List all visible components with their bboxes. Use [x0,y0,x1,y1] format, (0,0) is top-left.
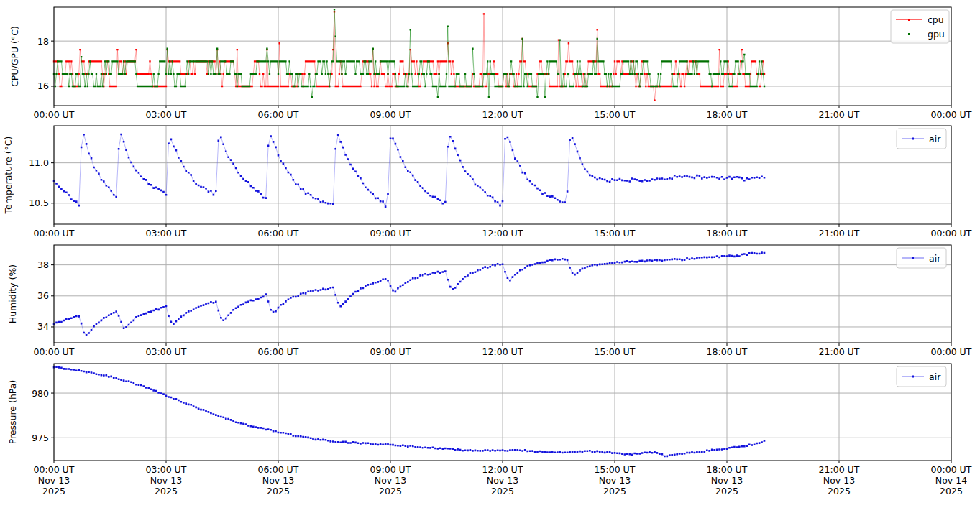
x-tick-label-date: Nov 13 [599,475,631,486]
x-tick-label-time: 09:00 UT [370,228,411,239]
y-tick-label: 16 [37,80,49,91]
panel-0: 161800:00 UT03:00 UT06:00 UT09:00 UT12:0… [34,7,972,120]
x-tick-label-time: 18:00 UT [707,346,748,357]
x-tick-label-time: 21:00 UT [819,346,860,357]
legend-label-gpu: gpu [928,29,945,40]
x-tick-label-time: 21:00 UT [819,464,860,475]
legend-label-air: air [929,253,941,264]
legend-marker-air [912,257,914,259]
x-tick-label-time: 06:00 UT [258,109,299,120]
x-tick-label-time: 15:00 UT [595,109,636,120]
legend-label-cpu: cpu [928,14,944,25]
y-tick-label: 980 [32,388,49,399]
x-tick-label-time: 12:00 UT [482,109,523,120]
y-tick-label: 34 [37,321,49,332]
legend-cpu-gpu: cpu gpu [891,10,949,43]
legend-marker-air [912,138,914,140]
y-tick-label: 975 [32,433,49,443]
x-tick-label-date: Nov 13 [711,475,743,486]
y-tick-label: 10.5 [29,198,49,208]
series-line-cpu [54,11,764,101]
x-tick-label-year: 2025 [267,486,290,497]
x-tick-label-time: 06:00 UT [258,346,299,357]
panel-1: 11.010.500:00 UT03:00 UT06:00 UT09:00 UT… [29,126,972,239]
x-tick-label-time: 00:00 UT [34,464,75,475]
y-tick-label: 18 [37,36,49,47]
x-tick-label-date: Nov 13 [487,475,518,486]
x-tick-label-time: 00:00 UT [34,346,75,357]
x-tick-label-year: 2025 [603,486,626,497]
x-tick-label-time: 15:00 UT [595,228,636,239]
x-tick-label-date: Nov 13 [262,475,294,486]
legend-humidity: air [897,248,946,268]
x-tick-label-time: 21:00 UT [819,109,860,120]
x-tick-label-time: 18:00 UT [707,464,748,475]
panel-3: 98097500:00 UTNov 13202503:00 UTNov 1320… [32,364,972,497]
series-markers-gpu [54,9,764,97]
series-markers-air [54,134,764,207]
x-tick-label-date: Nov 13 [375,475,406,486]
legend-marker-air [912,376,914,378]
series-markers-air [54,367,764,456]
series-line-gpu [54,9,764,97]
y-axis-label-humidity: Humidity (%) [7,264,18,323]
x-tick-label-year: 2025 [940,486,963,497]
x-tick-label-time: 03:00 UT [146,228,187,239]
x-tick-label-time: 03:00 UT [146,109,187,120]
series-line-air [54,134,764,207]
y-tick-label: 11.0 [29,157,49,168]
y-axis-label-temperature: Temperature (°C) [3,137,14,215]
legend-label-air: air [929,371,941,382]
panel-2: 38363400:00 UT03:00 UT06:00 UT09:00 UT12… [34,245,972,357]
figure: 161800:00 UT03:00 UT06:00 UT09:00 UT12:0… [0,0,980,508]
y-tick-label: 36 [37,290,49,301]
x-tick-label-time: 00:00 UT [931,228,972,239]
x-tick-label-date: Nov 13 [38,475,70,486]
y-axis-label-pressure: Pressure (hPa) [7,380,18,445]
x-tick-label-time: 12:00 UT [482,464,523,475]
x-tick-label-time: 18:00 UT [707,228,748,239]
x-tick-label-year: 2025 [155,486,178,497]
x-tick-label-time: 15:00 UT [595,464,636,475]
x-tick-label-time: 09:00 UT [370,464,411,475]
x-tick-label-time: 09:00 UT [370,346,411,357]
x-tick-label-year: 2025 [491,486,514,497]
x-tick-label-time: 18:00 UT [707,109,748,120]
x-tick-label-time: 03:00 UT [146,346,187,357]
x-tick-label-time: 00:00 UT [34,109,75,120]
x-tick-label-year: 2025 [42,486,65,497]
chart-svg: 161800:00 UT03:00 UT06:00 UT09:00 UT12:0… [0,0,980,508]
x-tick-label-date: Nov 14 [935,475,967,486]
y-axis-label-cpu-gpu: CPU/GPU (°C) [9,26,20,87]
x-tick-label-time: 06:00 UT [258,464,299,475]
x-tick-label-time: 15:00 UT [595,346,636,357]
x-tick-label-year: 2025 [379,486,402,497]
x-tick-label-date: Nov 13 [150,475,182,486]
legend-label-air: air [929,134,941,144]
x-tick-label-time: 06:00 UT [258,228,299,239]
x-tick-label-year: 2025 [715,486,738,497]
legend-marker-cpu [908,19,910,21]
legend-pressure: air [897,366,946,387]
x-tick-label-time: 12:00 UT [482,346,523,357]
legend-temperature: air [897,129,946,149]
series-markers-cpu [54,11,764,101]
x-tick-label-year: 2025 [828,486,851,497]
x-tick-label-time: 12:00 UT [482,228,523,239]
x-tick-label-time: 00:00 UT [34,228,75,239]
x-tick-label-time: 03:00 UT [146,464,187,475]
series-line-air [54,367,764,456]
x-tick-label-time: 00:00 UT [931,346,972,357]
x-tick-label-time: 21:00 UT [819,228,860,239]
x-tick-label-time: 00:00 UT [931,464,972,475]
y-tick-label: 38 [37,259,49,270]
legend-marker-gpu [908,33,910,35]
x-tick-label-date: Nov 13 [823,475,855,486]
x-tick-label-time: 09:00 UT [370,109,411,120]
x-tick-label-time: 00:00 UT [931,109,972,120]
chart-render-layer: 161800:00 UT03:00 UT06:00 UT09:00 UT12:0… [29,7,972,497]
